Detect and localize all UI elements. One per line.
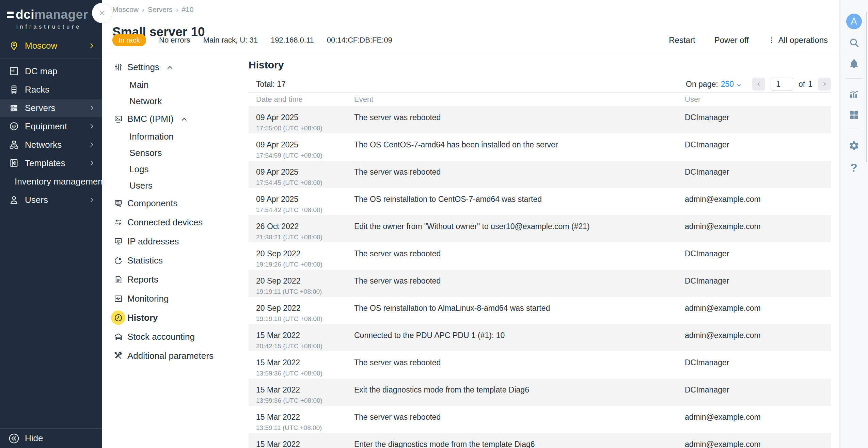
statistics-chart-icon[interactable]: [849, 89, 859, 99]
scrollbar-thumb[interactable]: [866, 12, 867, 162]
sidebar-item[interactable]: Equipment: [0, 117, 102, 135]
table-row[interactable]: 15 Mar 2022 Enter the diagnostics mode f…: [249, 433, 831, 448]
sidebar-item[interactable]: DC map: [0, 62, 102, 80]
users-icon: [9, 195, 19, 205]
logo-bars-icon: [7, 12, 14, 18]
location-selector[interactable]: Moscow: [0, 37, 102, 54]
table-row[interactable]: 20 Sep 2022 19:19:10 (UTC +08:00) The OS…: [249, 297, 831, 324]
table-row[interactable]: 09 Apr 2025 17:54:42 (UTC +08:00) The OS…: [249, 188, 831, 215]
sidebar-item[interactable]: Templates: [0, 154, 102, 172]
sidebar-item-label: Servers: [25, 103, 88, 113]
brand-name-bold: dci: [16, 7, 34, 22]
breadcrumb-item[interactable]: Servers: [148, 5, 178, 14]
chevron-up-icon[interactable]: [166, 63, 174, 71]
all-operations-button[interactable]: All operations: [768, 35, 828, 45]
chevron-up-icon[interactable]: [180, 115, 188, 123]
search-icon[interactable]: [849, 37, 859, 48]
sidebar-item[interactable]: Servers: [0, 99, 102, 117]
help-icon[interactable]: ?: [850, 161, 857, 174]
breadcrumb-item[interactable]: Moscow: [112, 5, 144, 14]
table-row[interactable]: 15 Mar 2022 13:59:36 (UTC +08:00) Exit t…: [249, 379, 831, 406]
next-page-button[interactable]: [818, 78, 831, 91]
cell-user: DCImanager: [685, 167, 831, 188]
event-date: 26 Oct 2022: [256, 222, 354, 231]
table-row[interactable]: 09 Apr 2025 17:54:45 (UTC +08:00) The se…: [249, 161, 831, 188]
sidebar-item[interactable]: Inventory management: [0, 172, 102, 191]
breadcrumb-item[interactable]: #10: [182, 5, 193, 14]
subnav-item[interactable]: Information: [111, 128, 247, 145]
cell-date: 20 Sep 2022 19:19:11 (UTC +08:00): [256, 276, 354, 297]
cell-date: 15 Mar 2022 13:59:11 (UTC +08:00): [256, 413, 354, 433]
subnav-item[interactable]: Stock accounting: [111, 327, 247, 346]
table-row[interactable]: 09 Apr 2025 17:55:00 (UTC +08:00) The se…: [249, 106, 831, 133]
total-count: Total: 17: [256, 80, 286, 89]
cell-user: admin@example.com: [685, 440, 831, 448]
on-page-value[interactable]: 250: [721, 80, 734, 89]
warehouse-icon: [111, 330, 125, 344]
sidebar-item[interactable]: Racks: [0, 80, 102, 99]
cell-user: DCImanager: [685, 140, 831, 161]
subnav-item-label: BMC (IPMI): [127, 114, 174, 124]
col-event-header: Event: [354, 95, 685, 104]
location-label: Moscow: [25, 41, 88, 51]
close-panel-button[interactable]: [92, 3, 112, 23]
subnav-item[interactable]: BMC (IPMI): [111, 109, 247, 128]
sidebar-menu: DC map Racks Servers Equipment: [0, 62, 102, 209]
table-row[interactable]: 15 Mar 2022 13:59:36 (UTC +08:00) The se…: [249, 351, 831, 379]
event-date: 09 Apr 2025: [256, 113, 354, 122]
on-page-select[interactable]: On page: 250: [686, 80, 742, 89]
power-off-button[interactable]: Power off: [714, 35, 749, 45]
subnav-item[interactable]: Statistics: [111, 251, 247, 270]
sidebar-item-label: Equipment: [25, 121, 88, 132]
cell-date: 15 Mar 2022 13:59:36 (UTC +08:00): [256, 385, 354, 406]
subnav-item[interactable]: Connected devices: [111, 213, 247, 232]
restart-button[interactable]: Restart: [669, 35, 695, 45]
chevron-right-icon: [88, 159, 95, 167]
subnav-item[interactable]: Network: [111, 93, 247, 109]
sidebar-item-label: Inventory management: [15, 176, 105, 187]
subnav-item[interactable]: Monitoring: [111, 289, 247, 308]
table-row[interactable]: 20 Sep 2022 19:19:11 (UTC +08:00) The se…: [249, 270, 831, 297]
server-subnav: Settings Main Network BMC (IPMI): [111, 58, 247, 365]
server-actions: Restart Power off All operations: [669, 35, 828, 45]
subnav-item[interactable]: Reports: [111, 270, 247, 289]
event-date: 15 Mar 2022: [256, 385, 354, 395]
settings-gear-icon[interactable]: [849, 140, 859, 151]
event-date: 20 Sep 2022: [256, 304, 354, 313]
subnav-item[interactable]: Users: [111, 177, 247, 194]
subnav-item-label: Sensors: [129, 148, 162, 158]
cell-event: The server was rebooted: [354, 167, 685, 188]
subnav-item[interactable]: History: [111, 308, 247, 327]
event-date: 09 Apr 2025: [256, 140, 354, 149]
cell-event: The server was rebooted: [354, 249, 685, 270]
subnav-item[interactable]: Main: [111, 77, 247, 93]
subnav-item[interactable]: Logs: [111, 161, 247, 177]
notifications-bell-icon[interactable]: [849, 58, 859, 69]
sidebar-item[interactable]: Networks: [0, 135, 102, 154]
table-row[interactable]: 26 Oct 2022 21:30:21 (UTC +08:00) Edit t…: [249, 215, 831, 242]
page-input[interactable]: [771, 78, 793, 91]
event-date: 15 Mar 2022: [256, 413, 354, 422]
dashboard-grid-icon[interactable]: [849, 110, 859, 121]
table-row[interactable]: 20 Sep 2022 19:19:26 (UTC +08:00) The se…: [249, 242, 831, 270]
hide-sidebar-button[interactable]: Hide: [0, 428, 102, 448]
chevron-right-icon: [88, 141, 95, 148]
event-date: 15 Mar 2022: [256, 440, 354, 448]
table-row[interactable]: 15 Mar 2022 13:59:11 (UTC +08:00) The se…: [249, 406, 831, 433]
sidebar-item[interactable]: Users: [0, 191, 102, 209]
prev-page-button[interactable]: [752, 78, 765, 91]
cell-date: 15 Mar 2022: [256, 440, 354, 448]
cell-event: Connected to the PDU APC PDU 1 (#1): 10: [354, 331, 685, 351]
subnav-item[interactable]: Sensors: [111, 145, 247, 161]
info-badge: Main rack, U: 31: [203, 36, 258, 45]
rail-divider: [846, 78, 862, 79]
cell-user: admin@example.com: [685, 222, 831, 242]
subnav-item[interactable]: Components: [111, 194, 247, 213]
subnav-item[interactable]: IP IP addresses: [111, 232, 247, 251]
user-avatar[interactable]: A: [846, 14, 862, 29]
subnav-item[interactable]: Additional parameters: [111, 346, 247, 365]
table-row[interactable]: 15 Mar 2022 20:42:15 (UTC +08:00) Connec…: [249, 324, 831, 351]
event-time: 17:54:59 (UTC +08:00): [256, 152, 354, 159]
subnav-item[interactable]: Settings: [111, 58, 247, 77]
table-row[interactable]: 09 Apr 2025 17:54:59 (UTC +08:00) The OS…: [249, 133, 831, 161]
